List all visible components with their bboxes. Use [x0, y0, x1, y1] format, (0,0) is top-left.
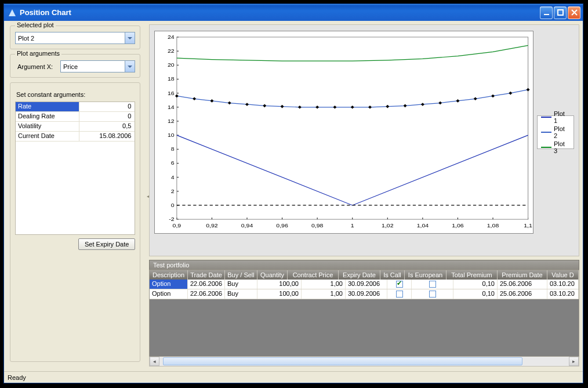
svg-text:20: 20	[168, 62, 175, 68]
cell-is-call[interactable]	[387, 289, 412, 299]
scrollbar-track[interactable]	[159, 357, 569, 366]
cell-is-european[interactable]	[412, 289, 453, 299]
chevron-down-icon	[125, 32, 135, 43]
constant-value[interactable]: 0	[79, 102, 135, 111]
svg-rect-71	[474, 97, 477, 100]
grid-header: Description Trade Date Buy / Sell Quanti…	[150, 270, 579, 280]
legend-label: Plot 1	[554, 110, 570, 124]
scrollbar-thumb[interactable]	[163, 357, 522, 365]
argument-x-dropdown[interactable]: Price	[60, 60, 135, 72]
cell-premium-date: 25.06.2006	[498, 289, 547, 299]
column-header[interactable]: Trade Date	[188, 270, 225, 280]
selected-plot-value: Plot 2	[18, 35, 125, 42]
svg-text:0,92: 0,92	[206, 222, 218, 229]
table-row[interactable]: Option22.06.2006Buy100,001,0030.09.20060…	[150, 289, 579, 299]
svg-rect-69	[438, 101, 442, 105]
close-button[interactable]	[568, 6, 580, 19]
chart-container: -20246810121416182022240,90,920,940,960,…	[149, 24, 579, 256]
svg-rect-59	[263, 104, 266, 108]
svg-text:0,9: 0,9	[173, 222, 182, 229]
constant-row[interactable]: Rate 0	[16, 102, 135, 112]
portfolio-grid[interactable]: Description Trade Date Buy / Sell Quanti…	[149, 270, 579, 357]
column-header[interactable]: Expiry Date	[339, 270, 380, 280]
svg-text:-2: -2	[169, 216, 175, 222]
cell-expiry-date: 30.09.2006	[346, 289, 387, 299]
svg-rect-53	[177, 37, 528, 219]
svg-text:16: 16	[168, 90, 175, 96]
portfolio-title: Test portfolio	[149, 260, 579, 270]
minimize-button[interactable]	[540, 6, 553, 19]
svg-rect-62	[315, 106, 319, 109]
column-header[interactable]: Buy / Sell	[225, 270, 257, 280]
constant-name: Dealing Rate	[16, 112, 79, 121]
sidebar: Selected plot Plot 2 Plot arguments Argu…	[4, 21, 146, 371]
svg-text:1,1: 1,1	[524, 222, 532, 229]
constant-row[interactable]: Volatility 0,5	[16, 122, 135, 132]
maximize-button[interactable]	[554, 6, 567, 19]
checkbox-icon[interactable]	[429, 281, 436, 288]
column-header[interactable]: Premium Date	[498, 270, 547, 280]
cell-buy-sell: Buy	[225, 280, 257, 289]
main-panel: -20246810121416182022240,90,920,940,960,…	[149, 21, 583, 371]
cell-premium-date: 25.06.2006	[498, 280, 547, 289]
column-header[interactable]: Quantity	[257, 270, 288, 280]
checkbox-icon[interactable]	[396, 281, 403, 288]
svg-text:22: 22	[168, 48, 175, 54]
svg-marker-0	[9, 9, 16, 16]
constant-value[interactable]: 0,5	[79, 122, 135, 131]
cell-is-call[interactable]	[387, 280, 412, 289]
column-header[interactable]: Description	[150, 270, 188, 280]
constant-row[interactable]: Dealing Rate 0	[16, 112, 135, 122]
column-header[interactable]: Contract Price	[288, 270, 339, 280]
legend-item: Plot 3	[541, 140, 570, 154]
plot-arguments-group: Plot arguments Argument X: Price	[10, 54, 140, 78]
selected-plot-dropdown[interactable]: Plot 2	[15, 32, 135, 44]
svg-rect-64	[351, 106, 354, 109]
checkbox-icon[interactable]	[429, 291, 436, 298]
table-row[interactable]: Option22.06.2006Buy100,001,0030.09.20060…	[150, 280, 579, 289]
constants-group: Set constant arguments: Rate 0 Dealing R…	[10, 82, 140, 362]
plot-arguments-label: Plot arguments	[15, 50, 61, 57]
constant-name: Current Date	[16, 132, 79, 141]
svg-text:4: 4	[171, 174, 175, 180]
column-header[interactable]: Value D	[547, 270, 579, 280]
constants-table[interactable]: Rate 0 Dealing Rate 0 Volatility 0,5 Cur…	[15, 101, 135, 235]
status-text: Ready	[8, 374, 26, 381]
titlebar[interactable]: Position Chart	[4, 4, 583, 21]
constant-row[interactable]: Current Date 15.08.2006	[16, 132, 135, 142]
cell-value-date: 03.10.20	[547, 280, 579, 289]
chart-plot[interactable]: -20246810121416182022240,90,920,940,960,…	[154, 31, 533, 234]
cell-trade-date: 22.06.2006	[188, 280, 225, 289]
constant-value[interactable]: 0	[79, 112, 135, 121]
scroll-left-icon[interactable]: ◂	[150, 357, 159, 366]
cell-value-date: 03.10.20	[547, 289, 579, 299]
svg-text:1: 1	[351, 222, 354, 229]
cell-is-european[interactable]	[412, 280, 453, 289]
cell-expiry-date: 30.09.2006	[346, 280, 387, 289]
legend-swatch	[541, 117, 551, 118]
scroll-right-icon[interactable]: ▸	[569, 357, 579, 366]
horizontal-scrollbar[interactable]: ◂ ▸	[149, 357, 579, 367]
legend-item: Plot 1	[541, 110, 570, 124]
constant-value[interactable]: 15.08.2006	[79, 132, 135, 141]
legend-swatch	[541, 132, 551, 133]
cell-quantity: 100,00	[257, 280, 302, 289]
svg-text:14: 14	[168, 104, 175, 110]
legend-swatch	[541, 147, 551, 148]
set-expiry-button[interactable]: Set Expiry Date	[78, 238, 135, 250]
cell-contract-price: 1,00	[302, 280, 346, 289]
svg-text:1,08: 1,08	[487, 222, 499, 229]
statusbar: Ready	[4, 371, 583, 383]
column-header[interactable]: Is European	[405, 270, 447, 280]
svg-rect-54	[175, 95, 179, 98]
column-header[interactable]: Is Call	[380, 270, 405, 280]
cell-description: Option	[150, 289, 188, 299]
svg-rect-73	[509, 92, 512, 95]
checkbox-icon[interactable]	[396, 291, 403, 298]
svg-rect-56	[210, 99, 213, 103]
cell-contract-price: 1,00	[302, 289, 346, 299]
column-header[interactable]: Total Premium	[447, 270, 498, 280]
svg-rect-74	[527, 88, 530, 92]
svg-rect-58	[245, 103, 249, 106]
svg-text:1,04: 1,04	[417, 222, 429, 229]
